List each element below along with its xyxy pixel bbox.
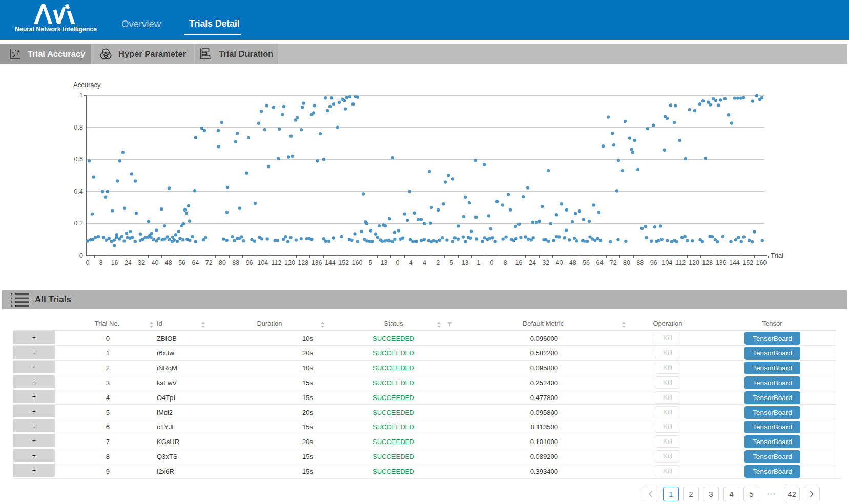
- svg-text:160: 160: [756, 259, 767, 266]
- svg-text:64: 64: [192, 259, 199, 266]
- svg-text:0: 0: [79, 252, 83, 259]
- svg-text:0.4: 0.4: [74, 188, 83, 195]
- svg-text:32: 32: [138, 259, 145, 266]
- svg-text:1: 1: [79, 92, 83, 99]
- svg-text:0: 0: [490, 259, 494, 266]
- svg-text:128: 128: [702, 259, 713, 266]
- svg-text:96: 96: [650, 259, 657, 266]
- svg-text:144: 144: [729, 259, 740, 266]
- svg-text:1: 1: [477, 259, 480, 266]
- svg-text:4: 4: [409, 259, 413, 266]
- svg-text:0.2: 0.2: [74, 220, 83, 227]
- svg-text:72: 72: [205, 259, 213, 266]
- svg-text:0: 0: [86, 259, 90, 266]
- svg-text:128: 128: [298, 259, 308, 266]
- svg-text:0: 0: [396, 259, 399, 266]
- svg-text:144: 144: [325, 259, 336, 266]
- svg-text:136: 136: [312, 259, 322, 266]
- svg-text:96: 96: [246, 259, 253, 266]
- svg-text:40: 40: [152, 259, 159, 266]
- svg-text:48: 48: [569, 259, 576, 266]
- svg-text:4: 4: [423, 259, 426, 266]
- svg-text:24: 24: [125, 259, 132, 266]
- svg-text:136: 136: [716, 259, 727, 266]
- svg-text:104: 104: [257, 259, 268, 266]
- svg-text:Accuracy: Accuracy: [73, 81, 101, 89]
- svg-text:13: 13: [461, 259, 468, 266]
- svg-text:152: 152: [742, 259, 753, 266]
- svg-text:48: 48: [165, 259, 172, 266]
- svg-text:5: 5: [450, 259, 453, 266]
- svg-text:0.8: 0.8: [74, 124, 83, 131]
- svg-text:8: 8: [99, 259, 103, 266]
- svg-text:120: 120: [689, 259, 699, 266]
- svg-text:Trial: Trial: [771, 251, 783, 259]
- svg-text:16: 16: [515, 259, 523, 266]
- svg-text:2: 2: [436, 259, 440, 266]
- svg-text:160: 160: [352, 259, 363, 266]
- svg-text:88: 88: [636, 259, 644, 266]
- svg-text:120: 120: [284, 259, 295, 266]
- svg-text:112: 112: [675, 259, 686, 266]
- svg-text:88: 88: [232, 259, 239, 266]
- svg-text:16: 16: [111, 259, 118, 266]
- svg-text:13: 13: [381, 259, 388, 266]
- svg-text:24: 24: [529, 259, 536, 266]
- svg-text:104: 104: [661, 259, 672, 266]
- svg-text:0.6: 0.6: [74, 156, 83, 163]
- svg-text:56: 56: [178, 259, 185, 266]
- svg-text:40: 40: [556, 259, 563, 266]
- svg-text:32: 32: [542, 259, 549, 266]
- svg-text:64: 64: [596, 259, 603, 266]
- svg-text:72: 72: [610, 259, 617, 266]
- svg-text:5: 5: [369, 259, 372, 266]
- svg-text:56: 56: [583, 259, 590, 266]
- svg-text:80: 80: [623, 259, 630, 266]
- svg-text:8: 8: [504, 259, 507, 266]
- svg-text:112: 112: [271, 259, 281, 266]
- svg-text:80: 80: [219, 259, 226, 266]
- svg-text:152: 152: [338, 259, 349, 266]
